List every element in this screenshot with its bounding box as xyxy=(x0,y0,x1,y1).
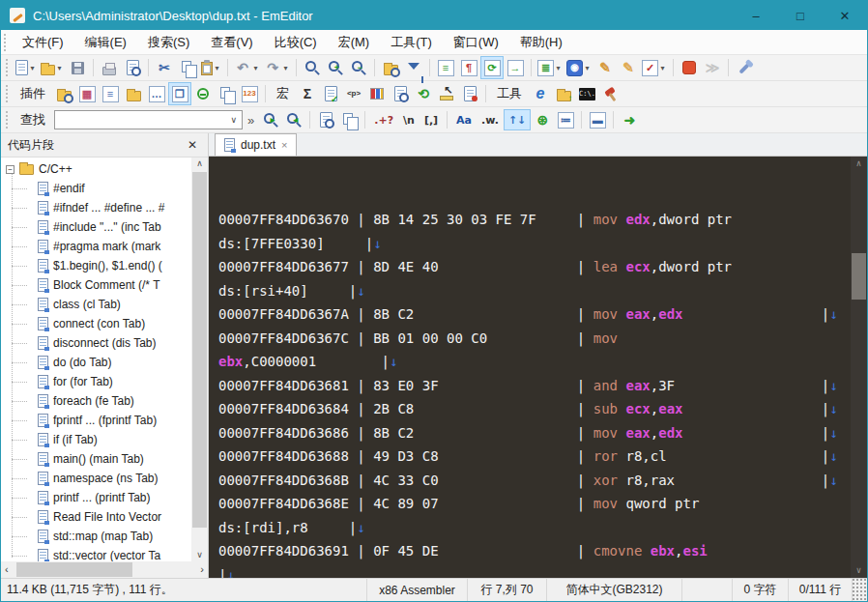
pin-button[interactable] xyxy=(733,56,756,79)
snippet-item[interactable]: Block Comment (/* T xyxy=(1,275,191,295)
macro-log-button[interactable] xyxy=(458,82,481,105)
direction-toggle[interactable]: ↑↓ xyxy=(504,109,531,130)
wrap-by-window-button[interactable]: ⟳ xyxy=(480,56,504,79)
macro-sigma-button[interactable]: Σ xyxy=(296,82,319,105)
snippets-close-button[interactable]: ✕ xyxy=(184,136,201,154)
editor-text-area[interactable]: 00007FF84DD63670 | 8B 14 25 30 03 FE 7F … xyxy=(209,157,867,578)
snippets-vertical-scrollbar[interactable]: ∧ ∨ xyxy=(191,158,208,561)
scroll-up-icon[interactable]: ∧ xyxy=(196,159,203,168)
snippet-item[interactable]: #endif xyxy=(1,179,191,198)
plugin-comment-button[interactable]: … xyxy=(145,82,168,105)
scroll-left-icon[interactable]: ‹ xyxy=(5,564,9,575)
play-macro-button[interactable]: ✎ xyxy=(617,56,640,79)
toolbar-grip[interactable] xyxy=(6,59,9,76)
search-input[interactable]: ∨ xyxy=(54,110,243,129)
snippet-item[interactable]: foreach (fe Tab) xyxy=(1,391,191,411)
paste-button[interactable]: ▾ xyxy=(199,56,223,79)
undo-button[interactable]: ↶▾ xyxy=(232,56,262,79)
plugin-explorer-button[interactable] xyxy=(52,82,75,105)
plugin-openfiles-button[interactable] xyxy=(215,82,238,105)
print-preview-button[interactable] xyxy=(121,56,144,79)
tool-ie-button[interactable]: e xyxy=(529,82,552,105)
print-button[interactable] xyxy=(98,56,121,79)
number-search-button[interactable]: ⊛ xyxy=(531,108,554,131)
tab-close-icon[interactable]: × xyxy=(281,139,287,151)
scroll-down-icon[interactable]: ∨ xyxy=(856,566,861,575)
snippet-item[interactable]: std::vector (vector Ta xyxy=(1,546,191,561)
open-file-button[interactable]: ▾ xyxy=(39,56,66,79)
save-button[interactable] xyxy=(66,56,89,79)
menu-grip[interactable] xyxy=(4,34,7,51)
toolbar-overflow-chevron[interactable]: » xyxy=(247,113,254,128)
macro-colors-button[interactable] xyxy=(365,82,389,105)
menu-文件[interactable]: 文件(F) xyxy=(12,30,74,55)
minimize-button[interactable]: – xyxy=(734,1,778,30)
plugin-htmlbar-button[interactable]: ▦ xyxy=(75,82,99,105)
zoom-in-button[interactable]: + xyxy=(324,56,347,79)
zoom-out-button[interactable]: − xyxy=(347,56,370,79)
macro-options-button[interactable]: ✓▾ xyxy=(640,56,669,79)
scroll-down-icon[interactable]: ∨ xyxy=(196,551,203,559)
snippets-horizontal-scrollbar[interactable]: ‹ › xyxy=(1,561,208,578)
snippet-item[interactable]: do (do Tab) xyxy=(1,353,191,372)
close-button[interactable]: ✕ xyxy=(823,1,867,30)
stop-button[interactable] xyxy=(678,56,701,79)
status-cursor-position[interactable]: 行 7,列 70 xyxy=(467,579,546,601)
snippet-item[interactable]: fprintf ... (fprintf Tab) xyxy=(1,411,191,430)
snippet-item[interactable]: #ifndef ... #define ... # xyxy=(1,198,191,217)
plugin-webpreview-button[interactable] xyxy=(191,82,215,105)
plugin-projects-button[interactable] xyxy=(122,82,145,105)
show-symbols-button[interactable]: ¶ xyxy=(457,56,480,79)
list-matches-button[interactable]: ≔ xyxy=(554,108,577,131)
wrap-indent-button[interactable]: → xyxy=(504,56,527,79)
snippet-item[interactable]: printf ... (printf Tab) xyxy=(1,488,191,507)
run-disabled-button[interactable]: ≫ xyxy=(701,56,724,79)
snippet-item[interactable]: class (cl Tab) xyxy=(1,295,191,314)
scroll-thumb[interactable] xyxy=(192,172,207,528)
resize-grip[interactable] xyxy=(852,579,867,601)
macro-check-doc-button[interactable] xyxy=(319,82,342,105)
plugin-number-button[interactable]: 123 xyxy=(238,82,261,105)
tab-dup-txt[interactable]: dup.txt × xyxy=(215,133,297,156)
plugin-outline-button[interactable]: ≡ xyxy=(99,82,122,105)
marker-button[interactable]: ◉▾ xyxy=(564,56,593,79)
menu-查看[interactable]: 查看(V) xyxy=(200,30,263,55)
toolbar-grip[interactable] xyxy=(6,85,9,102)
menu-编辑[interactable]: 编辑(E) xyxy=(74,30,137,55)
scroll-thumb[interactable] xyxy=(852,253,866,300)
match-case-toggle[interactable]: Aa xyxy=(451,109,477,130)
snippet-item[interactable]: if (if Tab) xyxy=(1,430,191,449)
status-syntax[interactable]: x86 Assembler xyxy=(366,579,467,601)
cut-button[interactable]: ✂ xyxy=(153,56,176,79)
find-previous-button[interactable]: ◂ xyxy=(282,108,305,131)
maximize-button[interactable]: □ xyxy=(778,1,823,30)
macro-back-button[interactable]: ⟲ xyxy=(412,82,435,105)
copy-button[interactable] xyxy=(176,56,199,79)
scroll-thumb[interactable] xyxy=(16,562,132,577)
macro-doc-search-button[interactable] xyxy=(389,82,412,105)
snippet-item[interactable]: #pragma mark (mark xyxy=(1,237,191,256)
snippet-item[interactable]: namespace (ns Tab) xyxy=(1,469,191,488)
escape-toggle[interactable]: \n xyxy=(398,109,420,130)
toolbar-grip[interactable] xyxy=(6,111,9,129)
menu-窗口[interactable]: 窗口(W) xyxy=(443,30,509,55)
record-macro-button[interactable]: ✎ xyxy=(593,56,617,79)
show-marks-button[interactable]: ≡ xyxy=(434,56,457,79)
new-file-button[interactable]: ▾ xyxy=(14,56,39,79)
macro-ruler-button[interactable] xyxy=(435,82,458,105)
screen-button[interactable]: ▬ xyxy=(586,108,609,131)
redo-button[interactable]: ↷▾ xyxy=(262,56,292,79)
combo-dropdown-icon[interactable]: ∨ xyxy=(230,115,242,125)
snippet-item[interactable]: for (for Tab) xyxy=(1,372,191,391)
find-in-files-button[interactable] xyxy=(379,56,402,79)
snippet-item[interactable]: main() (main Tab) xyxy=(1,449,191,469)
snippet-item[interactable]: disconnect (dis Tab) xyxy=(1,333,191,353)
filter-button[interactable] xyxy=(402,56,425,79)
editor-vertical-scrollbar[interactable]: ∧ ∨ xyxy=(851,157,867,578)
snippet-item[interactable]: connect (con Tab) xyxy=(1,314,191,333)
tree-root-c-cpp[interactable]: −C/C++ xyxy=(1,159,191,179)
snippet-item[interactable]: Read File Into Vector xyxy=(1,507,191,527)
separator-toggle[interactable]: [,] xyxy=(420,109,443,130)
find-next-button[interactable]: ▸ xyxy=(259,108,282,131)
snippet-item[interactable]: #include "..." (inc Tab xyxy=(1,217,191,237)
